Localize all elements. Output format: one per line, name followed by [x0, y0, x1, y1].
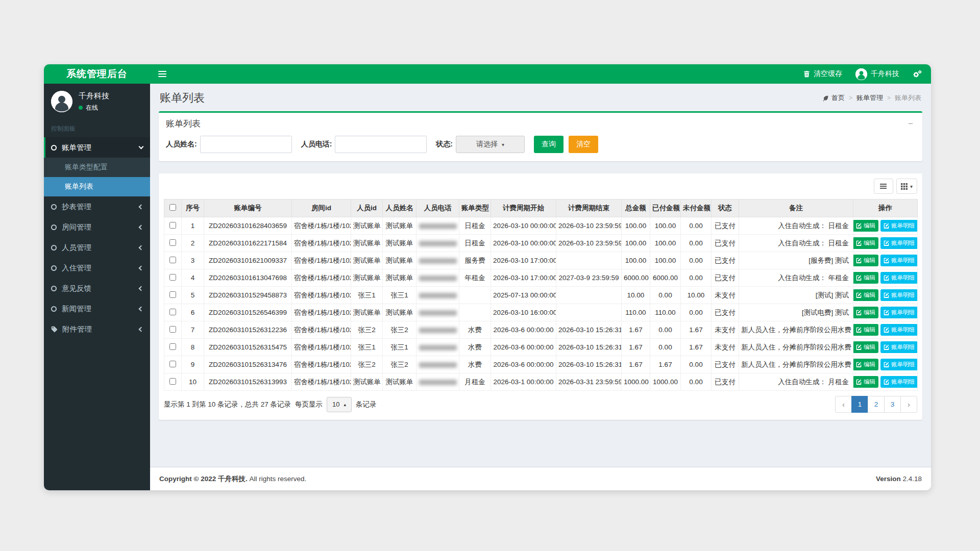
cell-person-id: 张三2 [351, 321, 383, 339]
column-header: 账单编号 [204, 199, 292, 217]
name-input[interactable] [200, 136, 292, 153]
online-dot-icon [79, 106, 83, 110]
edit-button[interactable]: 编辑 [853, 255, 879, 266]
cell-period-end: 2027-03-9 23:59:59 [556, 269, 622, 287]
detail-button[interactable]: 账单明细 [880, 237, 918, 249]
cell-period-end: 2026-03-10 15:26:31 [556, 339, 622, 356]
select-all-checkbox[interactable] [169, 204, 176, 211]
row-checkbox[interactable] [169, 239, 176, 246]
detail-button[interactable]: 账单明细 [880, 324, 918, 336]
cell-actions: 编辑账单明细 [853, 287, 918, 304]
cell-index: 7 [182, 321, 204, 339]
page-button[interactable]: 3 [884, 396, 901, 413]
detail-button[interactable]: 账单明细 [880, 376, 918, 388]
status-select[interactable]: 请选择 ▾ [456, 136, 525, 153]
cell-period-start: 2025-07-13 00:00:00 [491, 287, 556, 304]
cell-remark: 新人员入住，分摊前序阶段公用水费 [739, 339, 853, 356]
cell-type: 日租金 [459, 217, 491, 235]
breadcrumb-home[interactable]: 首页 [822, 93, 845, 103]
detail-button[interactable]: 账单明细 [880, 272, 918, 284]
page-next-button[interactable]: › [900, 396, 917, 413]
cell-bill-no: ZD202603101628403659 [204, 217, 292, 235]
hamburger-icon[interactable] [158, 71, 166, 77]
page-button[interactable]: 1 [851, 396, 868, 413]
edit-button[interactable]: 编辑 [853, 359, 879, 370]
detail-button[interactable]: 账单明细 [880, 289, 918, 301]
page-size-select[interactable]: 10 ▴ [327, 397, 352, 412]
detail-button[interactable]: 账单明细 [880, 359, 918, 370]
sidebar-item[interactable]: 意见反馈 [44, 278, 150, 298]
row-checkbox[interactable] [169, 222, 176, 229]
cell-index: 6 [182, 304, 204, 321]
cell-status: 已支付 [712, 252, 739, 269]
main-content: 账单列表 首页 > 账单管理 > 账单列表 账单列表 − 人 [150, 84, 931, 467]
row-checkbox[interactable] [169, 291, 176, 298]
cell-actions: 编辑账单明细 [853, 252, 918, 269]
settings-button[interactable] [913, 70, 922, 78]
edit-button[interactable]: 编辑 [853, 341, 879, 353]
sidebar-item[interactable]: 人员管理 [44, 237, 150, 258]
caret-down-icon: ▾ [910, 184, 913, 189]
edit-button[interactable]: 编辑 [853, 237, 879, 249]
name-label: 人员姓名: [166, 140, 197, 149]
chevron-icon [139, 265, 144, 270]
edit-button[interactable]: 编辑 [853, 307, 879, 318]
detail-button[interactable]: 账单明细 [880, 255, 918, 266]
edit-button[interactable]: 编辑 [853, 324, 879, 336]
caret-up-icon: ▴ [344, 402, 347, 407]
sidebar-item[interactable]: 入住管理 [44, 258, 150, 278]
navbar-user-menu[interactable]: 千舟科技 [855, 68, 899, 80]
cell-phone [416, 356, 459, 373]
cell-remark: 入住自动生成： 日租金 [739, 235, 853, 252]
detail-button[interactable]: 账单明细 [880, 341, 918, 353]
table-row: 1ZD202603101628403659宿舍楼/1栋/1楼/102测试账单测试… [164, 217, 918, 235]
cell-period-end: 2026-03-10 15:26:31 [556, 356, 622, 373]
row-checkbox[interactable] [169, 361, 176, 367]
row-checkbox[interactable] [169, 257, 176, 263]
row-checkbox[interactable] [169, 309, 176, 315]
columns-button[interactable]: ▾ [896, 179, 917, 194]
sidebar-submenu: 账单类型配置账单列表 [44, 158, 150, 196]
cell-phone [416, 373, 459, 391]
page-button[interactable]: 2 [868, 396, 885, 413]
page-prev-button[interactable]: ‹ [835, 396, 852, 413]
sidebar-item[interactable]: 新闻管理 [44, 298, 150, 319]
clear-cache-button[interactable]: 清空缓存 [803, 69, 842, 79]
edit-button[interactable]: 编辑 [853, 289, 879, 301]
phone-input[interactable] [335, 136, 427, 153]
sidebar-item[interactable]: 账单管理 [44, 137, 150, 158]
cell-status: 已支付 [712, 356, 739, 373]
cell-total: 1.67 [622, 321, 650, 339]
collapse-button[interactable]: − [906, 119, 915, 128]
sidebar-item[interactable]: 抄表管理 [44, 196, 150, 217]
column-header: 序号 [182, 199, 204, 217]
sidebar-user-panel: 千舟科技 在线 [44, 84, 150, 119]
clear-button[interactable]: 清空 [569, 136, 598, 153]
edit-button[interactable]: 编辑 [853, 272, 879, 284]
list-view-button[interactable] [874, 179, 893, 194]
row-checkbox[interactable] [169, 378, 176, 385]
sidebar-item[interactable]: 房间管理 [44, 217, 150, 237]
sidebar-item-label: 入住管理 [62, 263, 139, 273]
edit-button[interactable]: 编辑 [853, 376, 879, 388]
row-checkbox[interactable] [169, 274, 176, 281]
cell-status: 未支付 [712, 339, 739, 356]
cell-room: 宿舍楼/1栋/1楼/102 [292, 339, 351, 356]
sidebar-subitem[interactable]: 账单列表 [44, 177, 150, 196]
edit-button[interactable]: 编辑 [853, 220, 879, 232]
detail-button[interactable]: 账单明细 [880, 220, 918, 232]
sidebar-item[interactable]: 附件管理 [44, 319, 150, 339]
row-checkbox[interactable] [169, 326, 176, 333]
sidebar-subitem[interactable]: 账单类型配置 [44, 158, 150, 177]
cell-paid: 0.00 [650, 287, 681, 304]
detail-button[interactable]: 账单明细 [880, 307, 918, 318]
circle-icon [51, 265, 57, 271]
search-button[interactable]: 查询 [534, 136, 564, 153]
cell-person-id: 测试账单 [351, 304, 383, 321]
column-header: 账单类型 [459, 199, 491, 217]
cell-type: 年租金 [459, 269, 491, 287]
avatar [51, 91, 72, 112]
row-checkbox[interactable] [169, 343, 176, 350]
cell-total: 100.00 [622, 217, 650, 235]
breadcrumb-item[interactable]: 账单管理 [856, 93, 883, 103]
